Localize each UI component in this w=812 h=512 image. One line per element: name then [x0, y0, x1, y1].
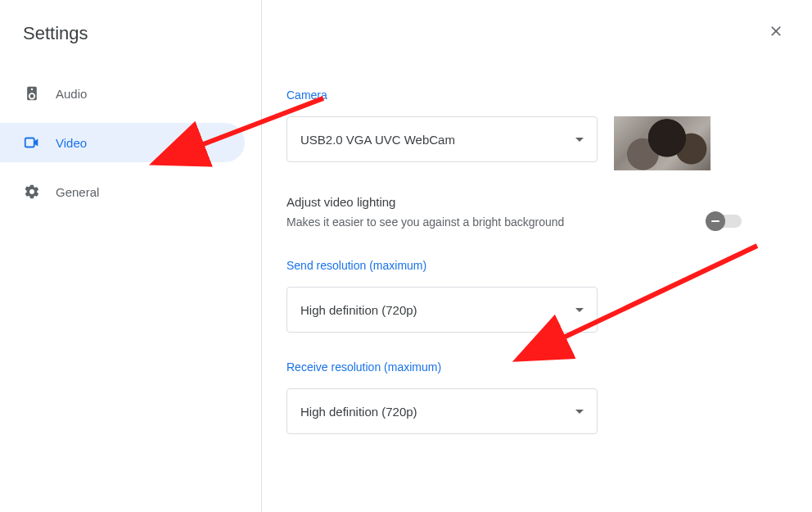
chevron-down-icon — [575, 410, 584, 414]
camera-label: Camera — [286, 88, 787, 102]
send-resolution-label: Send resolution (maximum) — [286, 259, 787, 272]
chevron-down-icon — [575, 308, 584, 312]
sidebar-item-label: General — [56, 185, 99, 199]
sidebar: Settings Audio Video General — [0, 0, 262, 512]
svg-rect-0 — [25, 138, 34, 147]
sidebar-item-label: Video — [56, 136, 87, 150]
main-panel: Camera USB2.0 VGA UVC WebCam Adjust vide… — [262, 0, 812, 512]
page-title: Settings — [0, 23, 261, 44]
sidebar-item-general[interactable]: General — [0, 172, 245, 211]
camera-dropdown[interactable]: USB2.0 VGA UVC WebCam — [286, 116, 598, 162]
camera-selected-value: USB2.0 VGA UVC WebCam — [300, 133, 455, 147]
sidebar-item-label: Audio — [56, 87, 87, 101]
close-icon — [768, 23, 784, 39]
receive-resolution-label: Receive resolution (maximum) — [286, 360, 787, 374]
speaker-icon — [23, 84, 41, 102]
chevron-down-icon — [575, 138, 584, 142]
video-camera-icon — [23, 134, 41, 152]
sidebar-item-audio[interactable]: Audio — [0, 74, 245, 113]
toggle-knob — [706, 211, 725, 231]
send-resolution-value: High definition (720p) — [300, 303, 417, 317]
lighting-toggle[interactable] — [709, 215, 742, 228]
camera-preview — [614, 116, 710, 170]
send-resolution-dropdown[interactable]: High definition (720p) — [286, 287, 598, 333]
sidebar-item-video[interactable]: Video — [0, 123, 245, 162]
lighting-title: Adjust video lighting — [286, 195, 564, 209]
lighting-description: Makes it easier to see you against a bri… — [286, 214, 564, 231]
receive-resolution-value: High definition (720p) — [300, 405, 417, 419]
receive-resolution-dropdown[interactable]: High definition (720p) — [286, 388, 598, 434]
gear-icon — [23, 183, 41, 201]
close-button[interactable] — [765, 20, 787, 43]
